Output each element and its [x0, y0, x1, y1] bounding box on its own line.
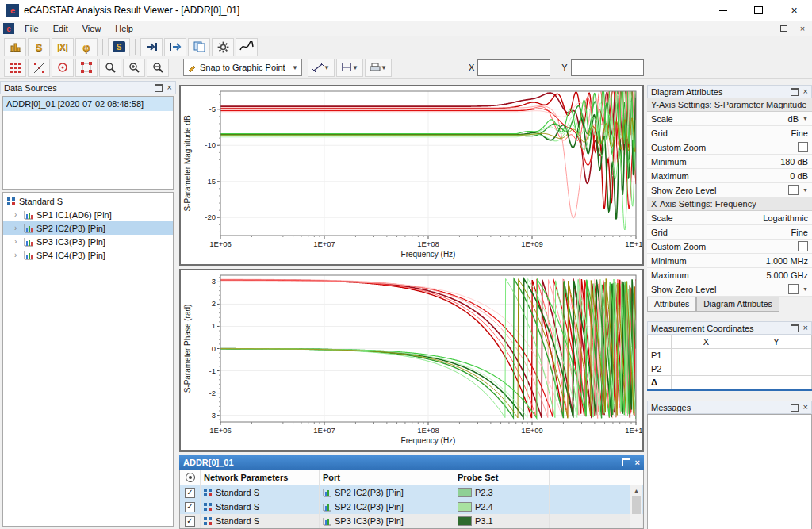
svg-text:0: 0 — [212, 344, 216, 353]
phase-chart[interactable]: 1E+061E+071E+081E+091E+103210-1-2-3Frequ… — [181, 270, 642, 450]
magnitude-button[interactable]: |X| — [52, 38, 74, 56]
chevron-right-icon[interactable]: › — [14, 251, 21, 259]
zoom-in-button[interactable] — [123, 59, 145, 77]
mdi-close-button[interactable]: × — [796, 23, 809, 34]
analysis-run-list[interactable]: ADDR[0]_01 [2020-07-02 08:48:58] — [2, 96, 174, 190]
p2-x-value[interactable] — [672, 362, 741, 375]
matrix-view-button[interactable] — [4, 59, 26, 77]
measure-line-button[interactable]: ▼ — [308, 59, 335, 77]
probe-color-swatch — [458, 488, 472, 497]
menu-file[interactable]: File — [17, 21, 46, 36]
x-minimum-value[interactable]: 1.000 MHz — [766, 256, 808, 266]
float-panel-icon[interactable] — [622, 458, 630, 466]
messages-content[interactable] — [647, 414, 812, 529]
menu-help[interactable]: Help — [108, 21, 140, 36]
close-button[interactable]: × — [776, 0, 812, 21]
mdi-restore-button[interactable] — [777, 23, 790, 34]
x-scale-value[interactable]: Logarithmic — [763, 213, 808, 223]
visibility-checkbox[interactable]: ✓ — [185, 502, 195, 512]
y-maximum-value[interactable]: 0 dB — [790, 171, 808, 181]
measure-delta-button[interactable]: ▼ — [336, 59, 363, 77]
x-coordinate-label: X — [469, 63, 474, 72]
probe-select-button[interactable] — [52, 59, 74, 77]
matrix-diagonal-button[interactable] — [28, 59, 50, 77]
p1-y-value[interactable] — [741, 349, 811, 362]
s-parameter-button[interactable]: S — [28, 38, 50, 56]
tree-item-sp1[interactable]: › SP1 IC1(AD6) [Pin] — [3, 208, 173, 221]
chevron-right-icon[interactable]: › — [14, 224, 21, 232]
x-custom-zoom-checkbox[interactable] — [798, 241, 808, 251]
phase-button[interactable]: φ — [75, 38, 98, 56]
parameter-tree[interactable]: Standard S › SP1 IC1(AD6) [Pin] › SP2 IC… — [2, 192, 174, 527]
print-button[interactable]: ▼ — [365, 59, 392, 77]
minimize-button[interactable] — [705, 0, 741, 21]
settings-button[interactable] — [212, 38, 234, 56]
p2-y-value[interactable] — [741, 362, 811, 375]
y-scale-value[interactable]: dB — [788, 114, 799, 124]
import-curve-button[interactable] — [164, 38, 186, 56]
float-panel-icon[interactable] — [791, 404, 799, 412]
scrollbar-thumb[interactable] — [632, 496, 641, 514]
tab-attributes[interactable]: Attributes — [647, 297, 696, 312]
float-panel-icon[interactable] — [791, 88, 799, 96]
scroll-up-icon[interactable]: ▲ — [630, 485, 642, 496]
y-custom-zoom-checkbox[interactable] — [798, 142, 808, 152]
chevron-down-icon[interactable]: ▼ — [802, 116, 808, 121]
mdi-minimize-button[interactable] — [758, 23, 771, 34]
vertical-scrollbar[interactable]: ▲ ▼ — [630, 485, 642, 529]
smith-chart-button[interactable]: S — [108, 38, 130, 56]
zoom-out-button[interactable] — [147, 59, 169, 77]
visibility-checkbox[interactable]: ✓ — [185, 516, 195, 527]
measure-line-icon — [312, 63, 324, 72]
float-panel-icon[interactable] — [155, 84, 163, 92]
x-grid-value[interactable]: Fine — [791, 228, 808, 237]
x-show-zero-checkbox[interactable] — [788, 284, 799, 294]
maximize-button[interactable] — [741, 0, 776, 21]
tree-item-sp2[interactable]: › SP2 IC2(P3) [Pin] — [3, 221, 173, 235]
close-panel-icon[interactable]: × — [803, 403, 808, 412]
float-panel-icon[interactable] — [791, 324, 799, 332]
freehand-curve-button[interactable] — [236, 38, 258, 56]
y-show-zero-checkbox[interactable] — [788, 185, 799, 195]
tree-item-sp3[interactable]: › SP3 IC3(P3) [Pin] — [3, 235, 173, 248]
y-grid-value[interactable]: Fine — [791, 128, 808, 138]
results-panel-header[interactable]: ADDR[0]_01 × — [179, 455, 644, 470]
measurement-table-header: X Y — [648, 335, 811, 349]
close-panel-icon[interactable]: × — [635, 458, 640, 467]
p1-x-value[interactable] — [672, 349, 741, 362]
close-panel-icon[interactable]: × — [803, 324, 808, 332]
copy-curves-button[interactable] — [188, 38, 210, 56]
tab-diagram-attributes[interactable]: Diagram Attributes — [696, 297, 779, 312]
diagram-view-button[interactable] — [4, 38, 26, 56]
snap-mode-select[interactable]: Snap to Graphic Point ▼ — [183, 59, 302, 76]
chevron-right-icon[interactable]: › — [14, 210, 21, 219]
menu-edit[interactable]: Edit — [46, 21, 75, 36]
table-row[interactable]: ✓ Standard S SP2 IC2(P3) [Pin] P2.3 — [180, 485, 643, 500]
tree-root-standard-s[interactable]: Standard S — [3, 194, 173, 208]
table-row[interactable]: ✓ Standard S SP3 IC3(P3) [Pin] P3.1 — [180, 514, 643, 528]
network-column-header[interactable]: Network Parameters — [201, 470, 320, 485]
chevron-down-icon[interactable]: ▼ — [802, 286, 808, 292]
port-column-header[interactable]: Port — [320, 470, 454, 485]
menu-view[interactable]: View — [75, 21, 109, 36]
chevron-down-icon[interactable]: ▼ — [802, 187, 808, 193]
close-panel-icon[interactable]: × — [803, 87, 808, 96]
analysis-run-item[interactable]: ADDR[0]_01 [2020-07-02 08:48:58] — [3, 97, 173, 111]
s-matrix-grid-icon — [204, 489, 213, 497]
pencil-icon — [187, 63, 197, 72]
zoom-window-button[interactable] — [99, 59, 121, 77]
fit-view-button[interactable] — [75, 59, 98, 77]
probe-column-header[interactable]: Probe Set — [454, 470, 550, 485]
visibility-checkbox[interactable]: ✓ — [185, 488, 195, 498]
sheets-icon — [193, 41, 205, 52]
tree-item-sp4[interactable]: › SP4 IC4(P3) [Pin] — [3, 248, 173, 262]
y-coordinate-input[interactable] — [571, 59, 644, 76]
table-row[interactable]: ✓ Standard S SP2 IC2(P3) [Pin] P2.4 — [180, 500, 643, 514]
x-maximum-value[interactable]: 5.000 GHz — [766, 270, 808, 280]
magnitude-chart[interactable]: 1E+061E+071E+081E+091E+10-5-10-15-20Freq… — [181, 86, 642, 264]
export-curve-button[interactable] — [140, 38, 163, 56]
close-panel-icon[interactable]: × — [167, 83, 172, 92]
x-coordinate-input[interactable] — [477, 59, 550, 76]
y-minimum-value[interactable]: -180 dB — [777, 157, 808, 167]
chevron-right-icon[interactable]: › — [14, 237, 21, 246]
